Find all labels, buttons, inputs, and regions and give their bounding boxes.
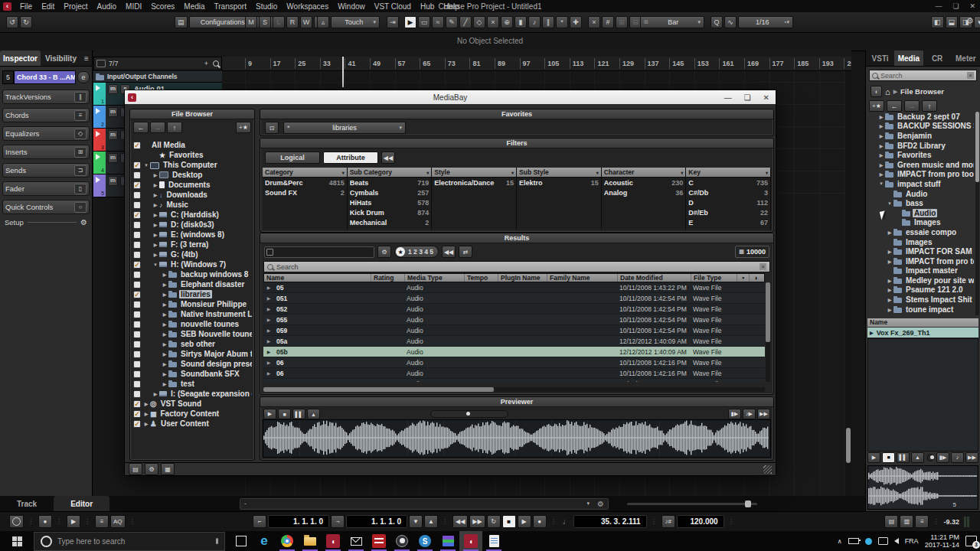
zone-caret-icon[interactable]: ▾ bbox=[974, 16, 980, 28]
column-header-protect-icon[interactable]: ▪ bbox=[737, 274, 750, 282]
expand-icon[interactable]: ▶ bbox=[161, 361, 168, 367]
menu-workspaces[interactable]: Workspaces bbox=[286, 2, 328, 11]
autoscroll-icon[interactable]: ⇥ bbox=[387, 16, 399, 28]
favorites-view-icon[interactable]: ⊡ bbox=[265, 122, 279, 134]
menu-scores[interactable]: Scores bbox=[151, 2, 175, 11]
fb-tree-item[interactable]: ✓▶Documents bbox=[133, 180, 252, 190]
object-select-icon[interactable]: ▶ bbox=[404, 16, 416, 28]
minimize-icon[interactable]: — bbox=[935, 2, 942, 10]
tempo-icon[interactable]: ♪# bbox=[662, 515, 675, 528]
redo-icon[interactable]: ↻ bbox=[20, 16, 32, 28]
reset-results-icon[interactable]: ◀◀ bbox=[442, 246, 456, 258]
play-icon[interactable]: ▶ bbox=[263, 317, 274, 322]
expand-icon[interactable]: ▶ bbox=[886, 297, 893, 302]
taskbar-icon-chrome[interactable] bbox=[276, 531, 299, 551]
nav-up-icon[interactable]: ↑ bbox=[922, 100, 937, 112]
fb-tree-item[interactable]: ▶I: (Seagate expansion drive) bbox=[133, 389, 252, 399]
column-header-name[interactable]: Name bbox=[264, 274, 371, 282]
filter-column-header[interactable]: Sub Category▾ bbox=[348, 168, 432, 178]
play-icon[interactable]: ▶ bbox=[263, 285, 274, 290]
line-icon[interactable]: ╱ bbox=[459, 16, 472, 28]
quantize-value-dropdown[interactable]: 1/16◔▾ bbox=[738, 16, 793, 28]
fb-tree-item[interactable]: ▶D: (disk0s3) bbox=[133, 220, 252, 230]
checkbox[interactable] bbox=[133, 231, 141, 239]
channel-l-button[interactable]: L bbox=[273, 16, 285, 28]
filter-item[interactable]: Mechanical2 bbox=[348, 217, 432, 227]
column-header-media-type[interactable]: Media Type bbox=[405, 274, 465, 282]
previewer-play-icon[interactable]: ▶ bbox=[263, 409, 276, 419]
collapse-icon[interactable]: ▼ bbox=[142, 163, 150, 168]
add-track-icon[interactable]: + bbox=[204, 60, 208, 67]
checkbox[interactable] bbox=[133, 321, 141, 328]
playback-mode-icon[interactable]: ▶ bbox=[67, 515, 80, 528]
taskbar-icon-task-view[interactable] bbox=[230, 531, 253, 551]
play-icon[interactable]: ▶ bbox=[263, 349, 274, 354]
previewer-autoplay-icon[interactable]: ▮▶ bbox=[728, 409, 741, 419]
inspector-section-trackversions[interactable]: TrackVersions∥ bbox=[2, 90, 90, 104]
checkbox[interactable] bbox=[133, 350, 141, 358]
results-row[interactable]: ▶06Audio10/11/2008 1:42:16 PMWave File bbox=[263, 368, 765, 379]
battery-icon[interactable] bbox=[848, 538, 859, 544]
results-vertical-scrollbar[interactable] bbox=[766, 282, 770, 382]
inspector-section-quick-controls[interactable]: Quick Controls○ bbox=[2, 200, 90, 214]
taskbar-icon-edge[interactable]: e bbox=[253, 531, 276, 551]
fb-tree-item[interactable]: ✓▼This Computer bbox=[133, 160, 252, 170]
comp-icon[interactable]: ≈ bbox=[432, 16, 444, 28]
preview-waveform[interactable]: 5 bbox=[867, 465, 978, 510]
zoom-slider[interactable] bbox=[627, 503, 757, 505]
tab-vsti[interactable]: VSTi bbox=[866, 51, 894, 66]
expand-icon[interactable]: ▶ bbox=[877, 123, 885, 129]
expand-icon[interactable]: ▶ bbox=[877, 162, 885, 168]
column-header-date-modified[interactable]: Date Modified bbox=[618, 274, 691, 282]
expand-icon[interactable]: ▶ bbox=[161, 272, 168, 277]
filter-item[interactable]: Cymbals257 bbox=[348, 187, 432, 197]
fb-tree-item[interactable]: ▶Desktop bbox=[133, 170, 252, 180]
taskbar-icon-winrar[interactable] bbox=[436, 531, 459, 551]
fb-tree-item[interactable]: ✓▶libraries bbox=[133, 289, 252, 299]
inspector-section-inserts[interactable]: Inserts⊞ bbox=[2, 145, 90, 159]
expand-icon[interactable]: ▶ bbox=[877, 143, 885, 148]
expand-icon[interactable]: ▶ bbox=[886, 259, 893, 264]
fb-tree-item[interactable]: ▶test bbox=[133, 379, 252, 389]
menu-transport[interactable]: Transport bbox=[214, 2, 247, 11]
taskbar-icon-file-explorer[interactable] bbox=[299, 531, 322, 551]
timeline-ruler[interactable]: 9172533414957657381899710511312112913714… bbox=[222, 57, 851, 71]
mute-icon[interactable]: ▮ bbox=[514, 16, 527, 28]
fb-tree-item[interactable]: ▶Elephant disaster bbox=[133, 279, 252, 289]
play-in-context-icon[interactable]: ♪ bbox=[951, 452, 964, 463]
taskbar-search-input[interactable]: Type here to search bbox=[34, 532, 225, 551]
goto-left-locator-icon[interactable]: ⌐ bbox=[253, 515, 266, 528]
filter-item[interactable]: C735 bbox=[686, 178, 770, 187]
results-row[interactable]: ▶055Audio10/11/2008 1:42:54 PMWave File bbox=[263, 315, 765, 325]
expand-icon[interactable]: ▶ bbox=[152, 202, 159, 207]
expand-icon[interactable]: ▶ bbox=[161, 351, 168, 357]
attribute-filter-button[interactable]: Attribute bbox=[323, 152, 378, 164]
media-tree-item[interactable]: ▼bass bbox=[867, 198, 974, 208]
channel-s-button[interactable]: S bbox=[259, 16, 271, 28]
column-header-plugin-name[interactable]: PlugIn Name bbox=[498, 274, 547, 282]
previewer-sync-icon[interactable]: ▶▶ bbox=[757, 409, 770, 419]
checkbox[interactable]: ✓ bbox=[133, 420, 141, 428]
media-tree-item[interactable]: ▶BACKUP SESSIONS SEB bbox=[867, 122, 974, 132]
taskbar-icon-skype[interactable]: S bbox=[413, 531, 436, 551]
expand-icon[interactable]: ▶ bbox=[142, 421, 150, 426]
checkbox[interactable] bbox=[133, 221, 141, 229]
expand-icon[interactable]: ▶ bbox=[877, 133, 885, 139]
metronome-icon[interactable] bbox=[9, 515, 24, 528]
tab-inspector[interactable]: Inspector bbox=[0, 51, 41, 66]
fb-tree-item[interactable]: ▶Downloads bbox=[133, 190, 252, 200]
filter-item[interactable]: Elektro15 bbox=[517, 178, 601, 187]
inspector-section-sends[interactable]: Sends⊐ bbox=[2, 163, 90, 178]
previewer-stop-icon[interactable]: ■ bbox=[278, 409, 291, 419]
media-tree-item[interactable]: ▶IMPACT from pro tc bbox=[867, 256, 974, 266]
filter-item[interactable]: Drum&Perc4815 bbox=[263, 178, 347, 187]
previewer-waveform[interactable] bbox=[263, 419, 771, 458]
expand-icon[interactable]: ▶ bbox=[877, 114, 885, 119]
split-icon[interactable]: ∥ bbox=[542, 16, 554, 28]
undo-icon[interactable]: ↺ bbox=[6, 16, 18, 28]
expand-icon[interactable]: ▶ bbox=[152, 222, 159, 227]
forward-icon[interactable]: ▶▶ bbox=[469, 515, 485, 528]
mute-button[interactable]: m bbox=[108, 107, 118, 117]
column-header-tempo[interactable]: Tempo bbox=[465, 274, 498, 282]
filter-item[interactable]: Sound FX2 bbox=[263, 187, 347, 197]
